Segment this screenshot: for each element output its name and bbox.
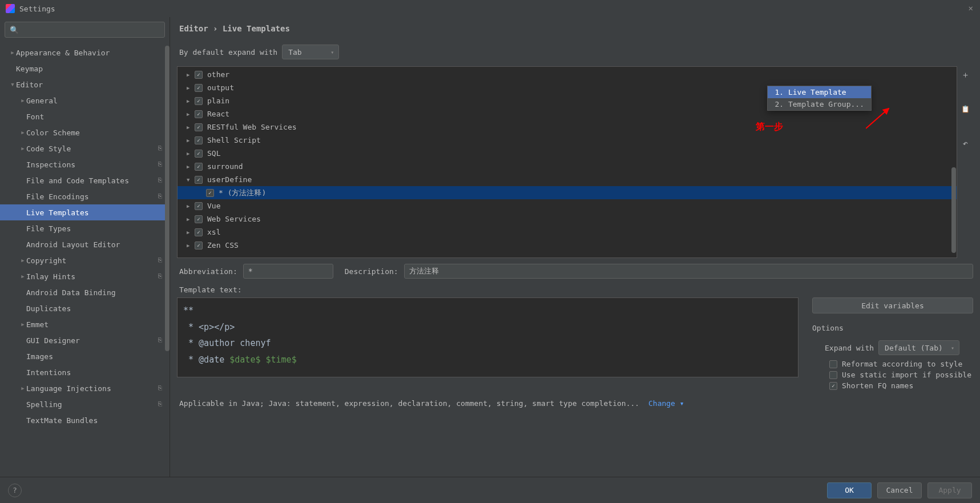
shorten-fq-checkbox-row[interactable]: Shorten FQ names [812, 381, 973, 390]
close-icon[interactable]: ✕ [969, 3, 973, 13]
abbr-label: Abbreviation: [179, 267, 237, 276]
sidebar-item-label: Inlay Hints [26, 272, 156, 281]
template-group[interactable]: ▶RESTful Web Services [178, 120, 957, 134]
checkbox-icon[interactable] [829, 371, 837, 379]
tree-arrow-icon: ▶ [187, 203, 195, 209]
edit-variables-button[interactable]: Edit variables [812, 297, 973, 313]
expand-select-value: Tab [288, 48, 301, 57]
tree-arrow-icon: ▶ [19, 130, 26, 135]
sidebar-item[interactable]: ▶Android Layout Editor [0, 236, 170, 252]
project-badge-icon: ⎘ [156, 336, 164, 344]
template-group[interactable]: ▶other [178, 68, 957, 81]
sidebar-scrollbar[interactable] [165, 46, 170, 351]
settings-tree[interactable]: ▶Appearance & Behavior▶Keymap▼Editor▶Gen… [0, 42, 170, 477]
sidebar-item[interactable]: ▶File Types [0, 220, 170, 236]
sidebar-item[interactable]: ▶TextMate Bundles [0, 412, 170, 428]
sidebar-item[interactable]: ▶File and Code Templates⎘ [0, 172, 170, 188]
sidebar-item[interactable]: ▶Appearance & Behavior [0, 45, 170, 61]
sidebar-item-label: Live Templates [26, 208, 164, 217]
sidebar-item[interactable]: ▶Emmet [0, 316, 170, 332]
template-group[interactable]: ▶xsl [178, 226, 957, 239]
checkbox-icon[interactable] [195, 97, 203, 105]
sidebar-item[interactable]: ▶Color Scheme [0, 124, 170, 140]
template-group[interactable]: ▶Web Services [178, 212, 957, 226]
tree-arrow-icon: ▶ [19, 385, 26, 391]
checkbox-icon[interactable] [195, 84, 203, 92]
template-text-editor[interactable]: ** * <p></p> * @author chenyf * @date $d… [177, 297, 798, 377]
add-template-button[interactable]: ＋ [959, 69, 971, 81]
sidebar-item[interactable]: ▶General [0, 92, 170, 108]
checkbox-icon[interactable] [195, 163, 203, 171]
sidebar-item[interactable]: ▶GUI Designer⎘ [0, 332, 170, 348]
static-import-checkbox-row[interactable]: Use static import if possible [812, 371, 973, 379]
window-title: Settings [19, 5, 55, 13]
checkbox-icon[interactable] [829, 360, 837, 368]
template-list-scrollbar[interactable] [951, 167, 956, 253]
template-group[interactable]: ▶surround [178, 160, 957, 173]
breadcrumb-part: Editor [179, 24, 208, 33]
duplicate-button[interactable]: 📋 [959, 103, 971, 115]
template-group[interactable]: ▼userDefine [178, 173, 957, 186]
sidebar-item[interactable]: ▶File Encodings⎘ [0, 188, 170, 204]
sidebar-item[interactable]: ▶Inspections⎘ [0, 156, 170, 172]
sidebar-item-label: TextMate Bundles [26, 416, 164, 425]
apply-button[interactable]: Apply [927, 482, 972, 498]
template-group[interactable]: ▶Vue [178, 199, 957, 212]
sidebar-item[interactable]: ▶Keymap [0, 61, 170, 77]
checkbox-icon[interactable] [195, 136, 203, 144]
template-name: other [207, 70, 229, 79]
sidebar-item-label: Emmet [26, 320, 164, 329]
checkbox-icon[interactable] [829, 382, 837, 390]
checkbox-icon[interactable] [195, 110, 203, 118]
template-name: Shell Script [207, 136, 261, 144]
template-group[interactable]: ▶SQL [178, 147, 957, 160]
checkbox-icon[interactable] [195, 202, 203, 210]
template-group[interactable]: ▶Shell Script [178, 134, 957, 147]
sidebar-item[interactable]: ▶Duplicates [0, 300, 170, 316]
sidebar-item[interactable]: ▶Font [0, 108, 170, 124]
popup-item-template-group[interactable]: 2. Template Group... [768, 98, 871, 110]
reformat-checkbox-row[interactable]: Reformat according to style [812, 360, 973, 368]
applicable-text: Applicable in Java; Java: statement, exp… [179, 399, 639, 408]
revert-button[interactable]: ↶ [959, 137, 971, 150]
template-name: Zen CSS [207, 241, 239, 250]
checkbox-icon[interactable] [195, 176, 203, 184]
checkbox-icon[interactable] [195, 215, 203, 223]
template-group[interactable]: ▶Zen CSS [178, 239, 957, 252]
sidebar-item[interactable]: ▶Intentions [0, 364, 170, 380]
sidebar-item[interactable]: ▼Editor [0, 77, 170, 92]
checkbox-icon[interactable] [195, 150, 203, 158]
sidebar-item[interactable]: ▶Code Style⎘ [0, 140, 170, 156]
expand-label: By default expand with [179, 48, 277, 57]
checkbox-icon[interactable] [195, 242, 203, 250]
description-input[interactable] [404, 264, 973, 279]
tree-arrow-icon: ▶ [187, 230, 195, 235]
cancel-button[interactable]: Cancel [877, 482, 922, 498]
search-input[interactable] [21, 26, 160, 34]
ok-button[interactable]: OK [827, 482, 872, 498]
expand-with-select[interactable]: Default (Tab) [878, 340, 959, 355]
options-column: Edit variables Options Expand with Defau… [812, 297, 973, 392]
sidebar-item[interactable]: ▶Copyright⎘ [0, 252, 170, 268]
checkbox-icon[interactable] [195, 71, 203, 79]
sidebar-item[interactable]: ▶Live Templates [0, 204, 170, 220]
sidebar-item[interactable]: ▶Android Data Binding [0, 284, 170, 300]
checkbox-icon[interactable] [195, 228, 203, 236]
popup-item-live-template[interactable]: 1. Live Template [768, 86, 871, 98]
template-item[interactable]: * (方法注释) [178, 186, 957, 199]
template-name: * (方法注释) [219, 188, 266, 198]
sidebar-item[interactable]: ▶Images [0, 348, 170, 364]
checkbox-icon[interactable] [195, 123, 203, 131]
sidebar-item[interactable]: ▶Language Injections⎘ [0, 380, 170, 396]
help-button[interactable]: ? [8, 484, 22, 497]
sidebar-item[interactable]: ▶Inlay Hints⎘ [0, 268, 170, 284]
expand-select[interactable]: Tab [282, 45, 339, 59]
search-input-wrapper[interactable]: 🔍 [5, 22, 165, 38]
settings-sidebar: 🔍 ▶Appearance & Behavior▶Keymap▼Editor▶G… [0, 17, 170, 477]
checkbox-icon[interactable] [206, 189, 214, 197]
template-text-label: Template text: [177, 285, 973, 294]
change-link[interactable]: Change ▾ [648, 399, 684, 408]
breadcrumb-part: Live Templates [223, 24, 290, 33]
abbreviation-input[interactable] [243, 264, 333, 279]
sidebar-item[interactable]: ▶Spelling⎘ [0, 396, 170, 412]
